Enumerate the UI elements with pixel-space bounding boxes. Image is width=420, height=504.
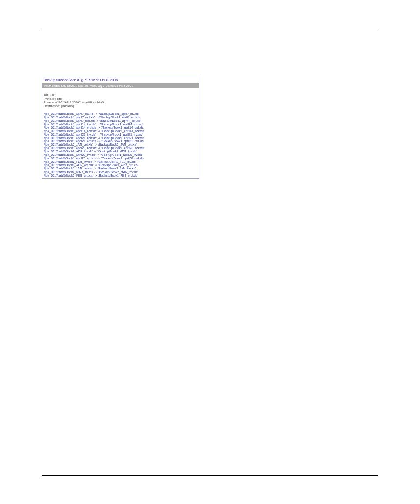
list-item-src: '/job_001//data5/Book1_april21_bck.xls' …	[44, 136, 100, 140]
list-item: '/job_001//data5/Book2_FEB_inv.xls' -> '…	[44, 160, 198, 164]
list-item-dst: '/Backup/Book1_april21_inv.xls'	[99, 133, 143, 136]
list-item: '/job_001//data5/Book1_april28_bck.xls' …	[44, 147, 198, 150]
list-item-src: '/job_001//data5/Book2_FEB_inv.xls' ->	[44, 160, 96, 163]
list-item-dst: '/Backup/Book1_april14_bck.xls'	[100, 129, 144, 132]
backup-file-list: '/job_001//data5/Book1_april7_inv.xls' -…	[42, 112, 199, 178]
list-item-dst: '/Backup/Book1_april7_bck.xls'	[99, 119, 141, 122]
list-item: '/job_001//data5/Book1_april7_inv.xls' -…	[44, 112, 198, 116]
list-item-src: '/job_001//data5/Book1_april7_bck.xls' -…	[44, 119, 99, 122]
backup-finished-line: Backup finished Mon Aug 7 19:09:20 PDT 2…	[42, 77, 199, 83]
list-item-src: '/job_001//data5/Book1_april21_ord.xls' …	[44, 140, 100, 143]
list-item-src: '/job_001//data5/Book3_FEB_ord.xls' ->	[44, 174, 97, 177]
list-item-src: '/job_001//data5/Book1_april14_bck.xls' …	[44, 129, 100, 132]
footer-divider	[42, 475, 378, 476]
list-item: '/job_001//data5/Book3_FEB_ord.xls' -> '…	[44, 174, 198, 177]
list-item-dst: '/Backup/Book1_april21_ord.xls'	[100, 140, 144, 143]
list-item-src: '/job_001//data5/Book1_april21_inv.xls' …	[44, 133, 99, 136]
list-item: '/job_001//data5/Book1_april14_inv.xls' …	[44, 123, 198, 126]
list-item-src: '/job_001//data5/Book1_april7_inv.xls' -…	[44, 112, 98, 115]
list-item: '/job_001//data5/Book2_MAR_inv.xls' -> '…	[44, 170, 198, 174]
list-item-dst: '/Backup/Book1_april14_ord.xls'	[100, 126, 144, 129]
list-item-dst: '/Backup/Book2_JAN_inv.xls'	[96, 167, 136, 170]
list-item-dst: '/Backup/Book1_april7_ord.xls'	[99, 116, 141, 119]
list-item: '/job_001//data5/Book1_april28_ord.xls' …	[44, 157, 198, 160]
backup-started-bar: INCREMENTAL Backup started, Mon Aug 7 19…	[42, 83, 199, 88]
list-item-dst: '/Backup/Book1_april28_bck.xls'	[100, 147, 144, 150]
list-item-dst: '/Backup/Book2_APR_inv.xls'	[96, 150, 136, 153]
list-item-dst: '/Backup/Book1_april28_ord.xls'	[100, 157, 144, 160]
list-item-src: '/job_001//data5/Book2_MAR_inv.xls' ->	[44, 170, 97, 173]
list-item-src: '/job_001//data5/Book3_JAN_ord.xls' ->	[44, 143, 97, 146]
list-item-dst: '/Backup/Book3_FEB_ord.xls'	[97, 174, 137, 177]
list-item-dst: '/Backup/Book1_april28_inv.xls'	[99, 153, 143, 156]
list-item-src: '/job_001//data5/Book1_april28_inv.xls' …	[44, 153, 99, 156]
list-item: '/job_001//data5/Book2_JAN_inv.xls' -> '…	[44, 167, 198, 170]
list-item-src: '/job_001//data5/Book1_april14_ord.xls' …	[44, 126, 100, 129]
list-item: '/job_001//data5/Book1_april7_bck.xls' -…	[44, 119, 198, 123]
list-item-dst: '/Backup/Book3_JAN_ord.xls'	[97, 143, 137, 146]
list-item-src: '/job_001//data5/Book1_april14_inv.xls' …	[44, 123, 99, 126]
list-item-src: '/job_001//data5/Book3_APR_ord.xls' ->	[44, 163, 97, 166]
list-item: '/job_001//data5/Book2_APR_inv.xls' -> '…	[44, 150, 198, 153]
list-item: '/job_001//data5/Book3_JAN_ord.xls' -> '…	[44, 143, 198, 147]
list-item-dst: '/Backup/Book2_MAR_inv.xls'	[97, 170, 138, 173]
list-item: '/job_001//data5/Book1_april28_inv.xls' …	[44, 153, 198, 157]
list-item-dst: '/Backup/Book1_april7_inv.xls'	[98, 112, 139, 115]
list-item: '/job_001//data5/Book1_april21_inv.xls' …	[44, 133, 198, 136]
header-divider	[42, 29, 378, 29]
list-item-dst: '/Backup/Book1_april14_inv.xls'	[99, 123, 143, 126]
list-item-src: '/job_001//data5/Book1_april28_ord.xls' …	[44, 157, 100, 160]
list-item: '/job_001//data5/Book1_april7_ord.xls' -…	[44, 116, 198, 119]
list-item-src: '/job_001//data5/Book1_april7_ord.xls' -…	[44, 116, 99, 119]
list-item: '/job_001//data5/Book3_APR_ord.xls' -> '…	[44, 163, 198, 167]
list-item-dst: '/Backup/Book3_APR_ord.xls'	[97, 163, 138, 166]
backup-meta: Job: 001 Protocol: cifs Source: //192.16…	[42, 88, 199, 112]
meta-destination: Destination: [Backup]/	[44, 104, 74, 108]
list-item-src: '/job_001//data5/Book2_JAN_inv.xls' ->	[44, 167, 96, 170]
list-item-dst: '/Backup/Book2_FEB_inv.xls'	[96, 160, 136, 163]
list-item: '/job_001//data5/Book1_april14_bck.xls' …	[44, 129, 198, 133]
backup-log-panel: Backup finished Mon Aug 7 19:09:20 PDT 2…	[42, 77, 199, 179]
list-item: '/job_001//data5/Book1_april21_bck.xls' …	[44, 136, 198, 140]
list-item-dst: '/Backup/Book1_april21_bck.xls'	[100, 136, 144, 140]
list-item: '/job_001//data5/Book1_april21_ord.xls' …	[44, 140, 198, 143]
list-item: '/job_001//data5/Book1_april14_ord.xls' …	[44, 126, 198, 129]
page: Backup finished Mon Aug 7 19:09:20 PDT 2…	[0, 0, 420, 504]
list-item-src: '/job_001//data5/Book1_april28_bck.xls' …	[44, 147, 100, 150]
list-item-src: '/job_001//data5/Book2_APR_inv.xls' ->	[44, 150, 96, 153]
